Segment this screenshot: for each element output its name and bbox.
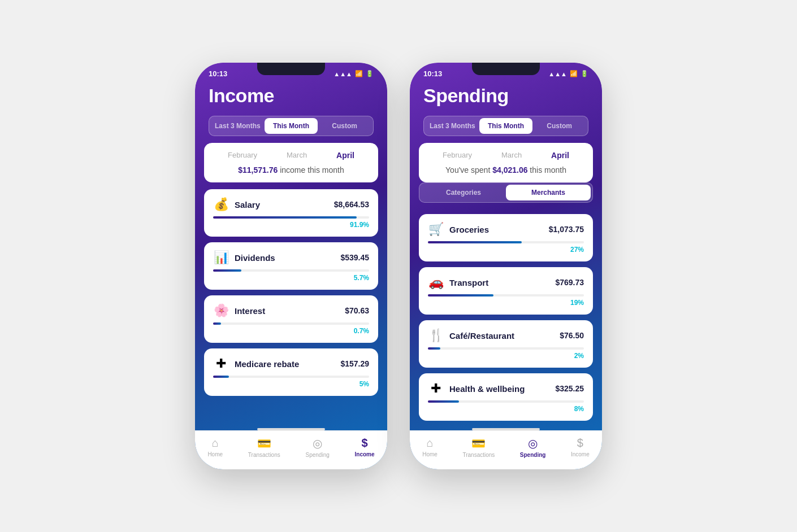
phones-container: 10:13 ▲▲▲ 📶 🔋 Income Last 3 Months This …: [172, 40, 625, 492]
income-month-february[interactable]: February: [228, 151, 257, 160]
income-month-selector: February March April $11,571.76 income t…: [204, 143, 378, 182]
income-month-row: February March April: [213, 151, 369, 160]
spending-month-march[interactable]: March: [501, 151, 522, 160]
interest-header: 🌸 Interest $70.63: [213, 303, 369, 318]
health-progress-container: [428, 400, 584, 403]
transport-left: 🚗 Transport: [428, 275, 488, 290]
spending-income-icon: $: [577, 437, 583, 450]
salary-icon: 💰: [213, 197, 229, 212]
cafe-progress-container: [428, 347, 584, 350]
income-summary: $11,571.76 income this month: [213, 165, 369, 175]
medicare-amount: $157.29: [340, 359, 369, 368]
transport-progress-container: [428, 294, 584, 296]
income-nav-transactions[interactable]: 💳 Transactions: [248, 437, 280, 458]
spending-nav-income[interactable]: $ Income: [571, 437, 590, 458]
spending-tabs: Last 3 Months This Month Custom: [423, 116, 588, 136]
dividends-card: 📊 Dividends $539.45 5.7%: [204, 242, 378, 290]
wifi-icon: 📶: [355, 70, 363, 77]
transport-header: 🚗 Transport $769.73: [428, 275, 584, 290]
interest-amount: $70.63: [345, 306, 369, 315]
health-header: ✚ Health & wellbeing $325.25: [428, 381, 584, 396]
spending-home-label: Home: [422, 451, 438, 457]
transactions-icon: 💳: [257, 437, 271, 450]
home-label: Home: [207, 451, 223, 457]
medicare-icon: ✚: [213, 356, 229, 371]
medicare-name: Medicare rebate: [235, 359, 299, 369]
health-name: Health & wellbeing: [449, 384, 525, 394]
spending-content-area: 🛒 Groceries $1,073.75 27% 🚗: [410, 207, 602, 425]
spending-month-april[interactable]: April: [551, 151, 569, 160]
income-month-march[interactable]: March: [287, 151, 307, 160]
spending-subtab-merchants[interactable]: Merchants: [506, 185, 591, 200]
income-content-area: 💰 Salary $8,664.53 91.9% 📊: [195, 182, 387, 425]
spending-nav-transactions[interactable]: 💳 Transactions: [462, 437, 495, 458]
income-tab-thismonth[interactable]: This Month: [265, 118, 318, 134]
spending-amount: $4,021.06: [492, 165, 527, 175]
health-progress-bar: [428, 400, 459, 403]
income-tabs-container: Last 3 Months This Month Custom: [195, 116, 387, 143]
interest-progress-bar: [213, 322, 221, 325]
home-icon: ⌂: [212, 437, 219, 450]
spending-status-icons: ▲▲▲ 📶 🔋: [548, 70, 588, 77]
dividends-percent: 5.7%: [213, 274, 369, 282]
medicare-progress-container: [213, 376, 369, 378]
spending-month-february[interactable]: February: [443, 151, 472, 160]
spending-tab-custom[interactable]: Custom: [532, 118, 586, 134]
spending-prefix: You've spent: [445, 165, 492, 175]
dividends-amount: $539.45: [340, 253, 369, 262]
cafe-left: 🍴 Café/Restaurant: [428, 328, 514, 343]
spending-nav-spending[interactable]: ◎ Spending: [520, 437, 546, 458]
groceries-left: 🛒 Groceries: [428, 222, 489, 237]
income-nav-spending[interactable]: ◎ Spending: [306, 437, 330, 458]
spending-transactions-label: Transactions: [462, 452, 495, 458]
spending-phone: 10:13 ▲▲▲ 📶 🔋 Spending Last 3 Months Thi…: [410, 63, 602, 469]
salary-header: 💰 Salary $8,664.53: [213, 197, 369, 212]
income-nav-home[interactable]: ⌂ Home: [207, 437, 223, 458]
medicare-left: ✚ Medicare rebate: [213, 356, 299, 371]
spending-bottom-nav: ⌂ Home 💳 Transactions ◎ Spending $ Incom…: [410, 430, 602, 469]
spending-header: Spending: [410, 80, 602, 116]
transport-card: 🚗 Transport $769.73 19%: [419, 267, 593, 315]
health-amount: $325.25: [555, 384, 584, 393]
spending-tabs-container: Last 3 Months This Month Custom: [410, 116, 602, 143]
dividends-progress-container: [213, 269, 369, 272]
income-suffix: income this month: [280, 165, 344, 175]
spending-battery-icon: 🔋: [581, 70, 588, 77]
spending-income-label: Income: [571, 451, 590, 457]
salary-percent: 91.9%: [213, 221, 369, 229]
income-amount: $11,571.76: [238, 165, 278, 175]
dividends-header: 📊 Dividends $539.45: [213, 250, 369, 265]
salary-left: 💰 Salary: [213, 197, 260, 212]
transport-progress-bar: [428, 294, 493, 296]
spending-suffix: this month: [527, 165, 566, 175]
cafe-icon: 🍴: [428, 328, 444, 343]
cafe-card: 🍴 Café/Restaurant $76.50 2%: [419, 320, 593, 368]
income-label: Income: [355, 451, 375, 457]
signal-icon: ▲▲▲: [333, 71, 352, 77]
spending-tab-thismonth[interactable]: This Month: [479, 118, 533, 134]
cafe-header: 🍴 Café/Restaurant $76.50: [428, 328, 584, 343]
spending-summary: You've spent $4,021.06 this month: [428, 165, 584, 175]
spending-month-row: February March April: [428, 151, 584, 160]
income-tab-custom[interactable]: Custom: [318, 118, 371, 134]
groceries-percent: 27%: [428, 246, 584, 254]
income-nav-income[interactable]: $ Income: [355, 437, 375, 458]
groceries-progress-container: [428, 241, 584, 243]
income-month-april[interactable]: April: [336, 151, 354, 160]
dividends-name: Dividends: [235, 253, 275, 263]
spending-sub-tabs: Categories Merchants: [419, 182, 593, 203]
spending-tab-last3months[interactable]: Last 3 Months: [426, 118, 479, 134]
spending-subtab-categories[interactable]: Categories: [421, 185, 506, 200]
dividends-progress-bar: [213, 269, 241, 272]
income-tab-last3months[interactable]: Last 3 Months: [211, 118, 265, 134]
medicare-progress-bar: [213, 376, 229, 378]
spending-nav-home[interactable]: ⌂ Home: [422, 437, 438, 458]
spending-label: Spending: [306, 452, 330, 458]
transport-icon: 🚗: [428, 275, 444, 290]
interest-card: 🌸 Interest $70.63 0.7%: [204, 295, 378, 343]
spending-icon: ◎: [313, 437, 322, 450]
income-tabs: Last 3 Months This Month Custom: [209, 116, 374, 136]
spending-home-icon: ⌂: [427, 437, 434, 450]
health-icon: ✚: [428, 381, 444, 396]
spending-signal-icon: ▲▲▲: [548, 71, 567, 77]
